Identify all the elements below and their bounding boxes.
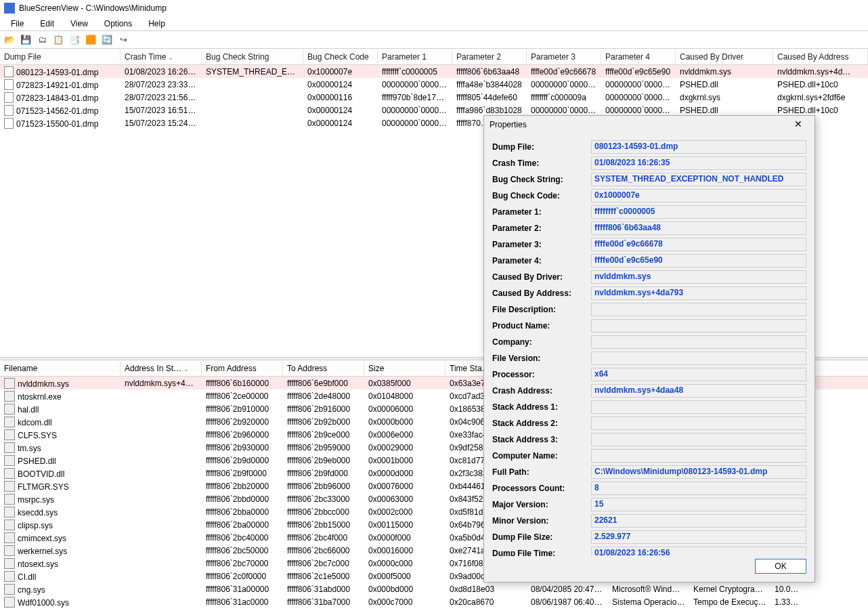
table-row[interactable]: Wdf01000.sysfffff806`31ac0000fffff806`31… <box>0 595 868 608</box>
cell: 0x0006e000 <box>364 429 446 440</box>
refresh-icon[interactable]: 🔄 <box>100 33 114 47</box>
cell: 0x01048000 <box>364 391 446 402</box>
stop-icon[interactable]: 🟧 <box>84 33 97 47</box>
upper-col-header[interactable]: Parameter 1 <box>378 49 452 64</box>
save-icon[interactable]: 💾 <box>19 33 32 47</box>
lower-col-header[interactable]: From Address <box>202 361 283 376</box>
cell: 28/07/2023 21:56:38 <box>121 92 202 103</box>
cell: 10.0.22621.1992 (W… <box>771 584 804 595</box>
property-value[interactable]: 22621 <box>591 514 806 528</box>
cell: dxgkrnl.sys+2fdf6e <box>773 92 868 103</box>
cell: nvlddmkm.sys <box>676 66 773 77</box>
property-value[interactable]: 01/08/2023 16:26:35 <box>591 156 806 170</box>
cell: fffff806`2bba0000 <box>202 507 283 517</box>
upper-col-header[interactable]: Caused By Driver <box>676 49 773 64</box>
cell: ffffe00d`e9c65e90 <box>601 66 676 77</box>
property-value[interactable] <box>591 319 806 333</box>
property-value[interactable]: ffffffff`c0000005 <box>591 205 806 219</box>
lower-col-header[interactable]: Address In St… <box>121 361 202 376</box>
property-value[interactable]: C:\Windows\Minidump\080123-14593-01.dmp <box>591 465 806 479</box>
table-row[interactable]: 080123-14593-01.dmp01/08/2023 16:26:35SY… <box>0 65 868 78</box>
property-value[interactable]: 2.529.977 <box>591 530 806 544</box>
cell: 0x0000f000 <box>364 532 446 543</box>
open-icon[interactable]: 📂 <box>3 33 16 47</box>
upper-col-header[interactable]: Bug Check Code <box>303 49 378 64</box>
property-value[interactable]: ffffe00d`e9c65e90 <box>591 254 806 268</box>
cell: fffff806`2bc33000 <box>283 494 364 505</box>
property-value[interactable]: 15 <box>591 498 806 511</box>
property-value[interactable]: 0x1000007e <box>591 189 806 203</box>
upper-col-header[interactable]: Caused By Address <box>773 49 868 64</box>
menu-view[interactable]: View <box>64 18 95 30</box>
property-label: Stack Address 1: <box>492 402 586 412</box>
property-label: Processor: <box>492 370 586 379</box>
upper-col-header[interactable]: Parameter 3 <box>527 49 601 64</box>
cell: fffff806`2bc4f000 <box>283 532 364 543</box>
menu-file[interactable]: File <box>4 18 30 30</box>
property-value[interactable] <box>591 303 806 316</box>
property-value[interactable]: nvlddmkm.sys+4daa48 <box>591 384 806 398</box>
upper-col-header[interactable]: Parameter 2 <box>452 49 527 64</box>
property-label: Crash Address: <box>492 386 586 396</box>
upper-col-header[interactable]: Bug Check String <box>202 49 303 64</box>
property-value[interactable]: 8 <box>591 482 806 495</box>
menu-edit[interactable]: Edit <box>33 18 61 30</box>
property-row: Full Path:C:\Windows\Minidump\080123-145… <box>492 464 806 480</box>
lower-col-header[interactable]: Size <box>364 361 446 376</box>
upper-col-header[interactable]: Crash Time <box>121 49 202 64</box>
property-value[interactable]: fffff806`6b63aa48 <box>591 221 806 235</box>
cell: Tempo de Execuçã… <box>689 597 771 608</box>
copy-icon[interactable]: 📋 <box>51 33 65 47</box>
upper-col-header[interactable]: Dump File <box>0 49 121 64</box>
property-row: Computer Name: <box>492 448 806 464</box>
property-row: File Description: <box>492 301 806 318</box>
cell: fffff806`2bc70000 <box>202 558 283 569</box>
property-value[interactable] <box>591 335 806 349</box>
lower-col-header[interactable]: Filename <box>0 361 121 376</box>
cell: cmimcext.sys <box>0 532 121 544</box>
menu-options[interactable]: Options <box>97 18 139 30</box>
property-value[interactable] <box>591 400 806 414</box>
upper-col-header[interactable]: Parameter 4 <box>601 49 676 64</box>
table-row[interactable]: 072823-14921-01.dmp28/07/2023 23:33:000x… <box>0 78 868 91</box>
menu-help[interactable]: Help <box>142 18 172 30</box>
table-row[interactable]: cng.sysfffff806`31a00000fffff806`31abd00… <box>0 582 868 595</box>
manage-icon[interactable]: 🗂 <box>35 33 49 47</box>
property-row: Parameter 1:ffffffff`c0000005 <box>492 204 806 220</box>
property-value[interactable]: ffffe00d`e9c66678 <box>591 238 806 251</box>
cell: fffff806`2b9fd000 <box>283 468 364 479</box>
cell: fffff806`6e9bf000 <box>283 378 364 389</box>
property-value[interactable]: SYSTEM_THREAD_EXCEPTION_NOT_HANDLED <box>591 173 806 186</box>
property-value[interactable] <box>591 417 806 430</box>
cell: fffff806`2b9ce000 <box>283 429 364 440</box>
table-row[interactable]: 072823-14843-01.dmp28/07/2023 21:56:380x… <box>0 91 868 104</box>
dialog-titlebar[interactable]: Properties ✕ <box>484 116 815 133</box>
property-value[interactable]: nvlddmkm.sys <box>591 270 806 284</box>
cell: fffff806`31abd000 <box>283 584 364 595</box>
property-value[interactable] <box>591 352 806 365</box>
property-value[interactable] <box>591 433 806 446</box>
cell: PSHED.dll <box>676 105 773 116</box>
cell: 072823-14843-01.dmp <box>0 91 121 104</box>
cell: 080123-14593-01.dmp <box>0 66 121 78</box>
property-row: Crash Address:nvlddmkm.sys+4daa48 <box>492 383 806 399</box>
exit-icon[interactable]: ↪ <box>116 33 130 47</box>
lower-col-header[interactable]: To Address <box>283 361 364 376</box>
property-row: Processor:x64 <box>492 366 806 383</box>
property-value[interactable]: nvlddmkm.sys+4da793 <box>591 287 806 300</box>
property-row: Parameter 3:ffffe00d`e9c66678 <box>492 236 806 253</box>
cell: 15/07/2023 15:24:48 <box>121 118 202 129</box>
cell: 0x0000c000 <box>364 558 446 569</box>
close-icon[interactable]: ✕ <box>787 117 809 132</box>
properties-icon[interactable]: 📑 <box>68 33 81 47</box>
property-value[interactable]: 01/08/2023 16:26:56 <box>591 547 806 556</box>
property-value[interactable] <box>591 449 806 463</box>
cell <box>121 499 202 500</box>
ok-button[interactable]: OK <box>755 559 806 574</box>
cell: Microsoft® Wind… <box>608 584 689 595</box>
upper-table-header: Dump FileCrash TimeBug Check StringBug C… <box>0 49 868 65</box>
cell <box>121 511 202 513</box>
property-value[interactable]: x64 <box>591 368 806 381</box>
app-icon <box>4 3 15 14</box>
property-value[interactable]: 080123-14593-01.dmp <box>591 140 806 154</box>
